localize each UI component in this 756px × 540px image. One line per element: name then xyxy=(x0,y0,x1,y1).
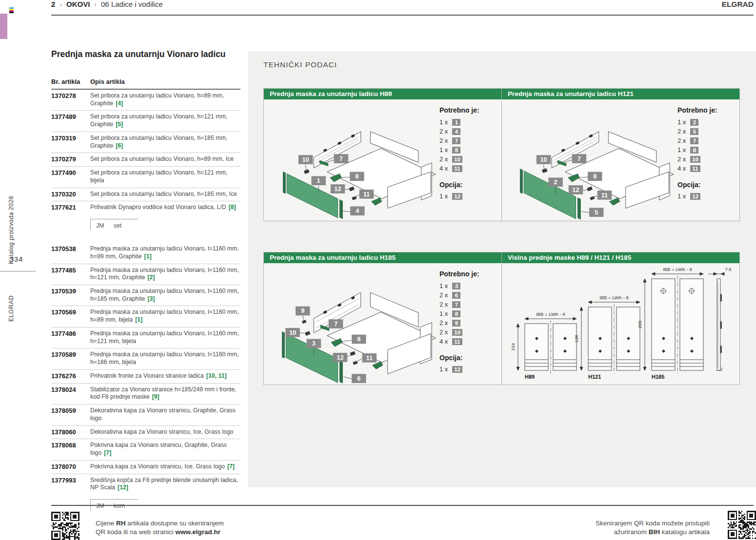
option-heading: Opcija: xyxy=(439,354,500,362)
svg-text:7: 7 xyxy=(577,155,581,162)
svg-text:10: 10 xyxy=(540,156,547,163)
article-description-text: Pokrivna kapa za Vionaro stranicu, Ice, … xyxy=(90,463,225,470)
breadcrumb-section: OKOVI xyxy=(66,0,90,8)
table-row: 1378068 Pokrivna kapa za Vionaro stranic… xyxy=(51,439,240,460)
article-description-text: Prednja maska za unutarnju ladicu Vionar… xyxy=(90,351,239,366)
article-number: 1377621 xyxy=(51,204,90,211)
table-row: 1377621 Prihvatnik Dynapro vodilice kod … xyxy=(51,201,240,214)
svg-text:4: 4 xyxy=(356,207,359,214)
article-description: Pokrivna kapa za Vionaro stranicu, Ice, … xyxy=(90,463,240,471)
article-description-text: Prednja maska za unutarnju ladicu Vionar… xyxy=(90,309,239,323)
required-part-row: 1 x 1 xyxy=(439,118,500,126)
part-reference-badge: 11 xyxy=(452,338,462,345)
table-row: 1370589 Prednja maska za unutarnju ladic… xyxy=(51,348,240,369)
print-color-marks-icon xyxy=(9,7,14,13)
article-number: 1370539 xyxy=(51,288,90,295)
svg-text:IBB = LWK - 8: IBB = LWK - 8 xyxy=(663,267,692,272)
column-header-number: Br. artikla xyxy=(51,78,90,85)
part-reference-badge: 9 xyxy=(452,320,460,327)
part-quantity: 2 x xyxy=(439,328,448,336)
part-quantity: 2 x xyxy=(677,128,686,135)
drawer-exploded-diagram-h121: 10 7 2 8 12 11 5 xyxy=(504,100,676,220)
article-number: 1370319 xyxy=(51,135,90,142)
svg-text:1: 1 xyxy=(317,177,320,184)
article-description: Prihvatnik fronte za Vionaro stranice la… xyxy=(90,372,240,380)
diagram-reference: [5] xyxy=(116,121,123,128)
article-description: Prednja maska za unutarnju ladicu Vionar… xyxy=(90,267,240,282)
article-description: Prednja maska za unutarnju ladicu Vionar… xyxy=(90,351,240,366)
tech-box-heights-title: Visina prednje maske H89 / H121 / H185 xyxy=(502,252,739,263)
svg-text:200: 200 xyxy=(637,321,642,328)
svg-text:8: 8 xyxy=(357,335,360,343)
part-reference-badge: 1 xyxy=(452,119,460,126)
article-description-text: Središnja kopča za F8 prednje blende unu… xyxy=(90,477,238,491)
svg-text:11: 11 xyxy=(601,192,608,199)
svg-text:H89: H89 xyxy=(525,374,535,380)
part-reference-badge: 6 xyxy=(452,292,460,299)
article-number: 1378070 xyxy=(51,463,90,470)
part-reference-badge: 11 xyxy=(452,165,462,172)
svg-text:10: 10 xyxy=(302,156,309,163)
article-description-text: Prihvatnik Dynapro vodilice kod Vionaro … xyxy=(90,204,226,211)
part-quantity: 1 x xyxy=(439,282,448,289)
required-part-row: 2 x 6 xyxy=(439,291,500,299)
part-reference-badge: 2 xyxy=(690,119,698,126)
article-description: Prednja maska za unutarnju ladicu Vionar… xyxy=(90,309,240,324)
article-description-text: Prednja maska za unutarnju ladicu Vionar… xyxy=(90,288,239,302)
footer-text: artikala dostupne su skeniranjem xyxy=(126,520,224,527)
required-part-row: 2 x 9 xyxy=(439,319,500,327)
article-description: Središnja kopča za F8 prednje blende unu… xyxy=(90,477,240,492)
column-header-description: Opis artikla xyxy=(90,78,125,85)
svg-text:5: 5 xyxy=(595,209,598,216)
diagram-reference: [7] xyxy=(104,449,111,456)
svg-text:IBB = LWK - 8: IBB = LWK - 8 xyxy=(599,295,629,300)
part-quantity: 1 x xyxy=(439,118,448,126)
part-quantity: 4 x xyxy=(439,165,448,172)
article-number: 1377993 xyxy=(51,477,90,484)
breadcrumb-page: 2 xyxy=(51,0,55,8)
article-description-text: Set pribora za unutarnju ladicu Vionaro,… xyxy=(90,135,227,149)
part-reference-badge: 10 xyxy=(452,156,462,163)
part-quantity: 1 x xyxy=(439,193,448,200)
required-part-row: 1 x 8 xyxy=(439,310,500,317)
table-row: 1370319 Set pribora za unutarnju ladicu … xyxy=(51,132,240,153)
footer-text: QR koda ili na web stranici xyxy=(96,528,176,536)
diagram-reference: [3] xyxy=(147,295,155,302)
article-description: Set pribora za unutarnju ladicu Vionaro,… xyxy=(90,191,240,198)
article-description-text: Set pribora za unutarnju ladicu Vionaro,… xyxy=(90,169,227,184)
table-row: 1376276 Prihvatnik fronte za Vionaro str… xyxy=(51,370,240,384)
svg-text:11: 11 xyxy=(363,191,370,198)
option-heading: Opcija: xyxy=(439,181,500,189)
part-quantity: 2 x xyxy=(677,155,686,163)
svg-text:8: 8 xyxy=(593,173,597,180)
footer-note-left: Cijene RH artikala dostupne su skeniranj… xyxy=(96,519,224,537)
part-reference-badge: 3 xyxy=(452,283,460,289)
option-part-row: 1 x 12 xyxy=(677,193,738,200)
article-description-text: Prednja maska za unutarnju ladicu Vionar… xyxy=(90,267,239,281)
required-parts-list: Potrebno je: 1 x 3 2 x 6 xyxy=(439,270,500,373)
required-part-row: 2 x 4 xyxy=(439,128,500,135)
article-description: Pokrivna kapa za Vionaro stranicu, Graph… xyxy=(90,442,240,457)
required-part-row: 2 x 7 xyxy=(677,137,738,144)
article-number: 1378059 xyxy=(51,407,90,414)
article-number: 1370538 xyxy=(51,245,90,252)
diagram-reference: [4] xyxy=(116,100,123,107)
article-description-text: Set pribora za unutarnju ladicu Vionaro,… xyxy=(90,113,227,128)
article-description: Dekorativna kapa za Vionaro stranicu, Ic… xyxy=(90,428,240,436)
chapter-color-tab xyxy=(0,14,7,39)
option-part-row: 1 x 12 xyxy=(439,366,500,373)
required-part-row: 1 x 8 xyxy=(439,146,500,154)
footer-text: ažuriranom xyxy=(614,528,648,536)
breadcrumb: 2 › OKOVI › 06 Ladice i vodilice xyxy=(51,0,163,8)
page-number: 334 xyxy=(10,255,23,263)
part-reference-badge: 10 xyxy=(452,329,462,336)
footer-text: Skeniranjem QR koda možete pristupiti xyxy=(596,520,710,527)
article-number: 1378060 xyxy=(51,428,90,436)
article-number: 1378068 xyxy=(51,442,90,449)
table-row: 1377993 Središnja kopča za F8 prednje bl… xyxy=(51,474,240,495)
svg-text:12: 12 xyxy=(337,354,343,361)
svg-text:11: 11 xyxy=(366,354,373,362)
table-row: 1377486 Prednja maska za unutarnju ladic… xyxy=(51,328,240,348)
part-reference-badge: 8 xyxy=(690,147,698,154)
required-parts-heading: Potrebno je: xyxy=(439,106,500,114)
